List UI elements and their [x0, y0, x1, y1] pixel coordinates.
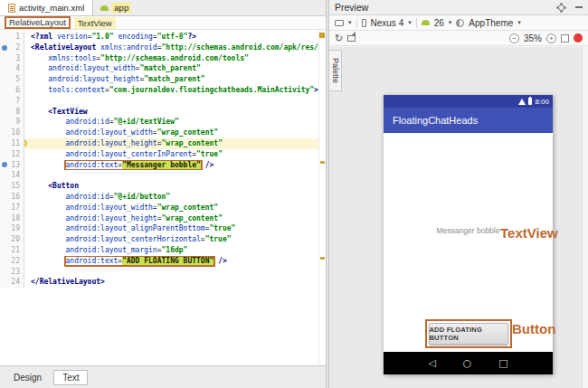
- code-line[interactable]: 17 android:layout_width="wrap_content": [0, 203, 326, 213]
- palette-tab[interactable]: Palette: [329, 50, 342, 91]
- gutter-icon: [2, 162, 7, 167]
- line-number: 19: [11, 223, 20, 234]
- code-line[interactable]: 15 <Button: [0, 181, 326, 192]
- device-selector[interactable]: Nexus 4: [371, 18, 404, 28]
- line-number: 5: [15, 74, 20, 85]
- code-line[interactable]: 23: [0, 267, 326, 278]
- tab-label: activity_main.xml: [19, 3, 84, 13]
- breadcrumb-textview[interactable]: TextView: [74, 17, 116, 29]
- line-number: 16: [11, 192, 20, 203]
- device-nav-bar: ◁ ○ □: [384, 352, 553, 374]
- theme-icon: [456, 19, 464, 27]
- line-number: 15: [11, 181, 20, 192]
- tab-text[interactable]: Text: [53, 370, 88, 385]
- orientation-icon[interactable]: [347, 35, 356, 42]
- line-number: 11: [11, 138, 20, 149]
- chevron-down-icon: ▾: [408, 19, 412, 26]
- app-title: FloatingChatHeads: [393, 115, 478, 126]
- line-number: 23: [11, 267, 20, 278]
- line-number: 1: [15, 32, 20, 43]
- preview-header: Preview: [329, 0, 588, 15]
- code-line[interactable]: 8 <TextView: [0, 107, 326, 118]
- editor-gutter: 2: [0, 43, 24, 53]
- zoom-fit-icon[interactable]: [561, 34, 569, 43]
- preview-button[interactable]: ADD FLOATING BUTTON: [429, 323, 508, 345]
- code-line[interactable]: 9 android:id="@+id/textView": [0, 117, 326, 128]
- app-module-item[interactable]: app: [93, 0, 138, 15]
- code-line[interactable]: 12 android:layout_centerInParent="true": [0, 149, 326, 160]
- api-level-selector[interactable]: 26: [434, 18, 444, 28]
- line-number: 8: [15, 107, 20, 118]
- code-editor[interactable]: 1<?xml version="1.0" encoding="utf-8"?>2…: [0, 30, 326, 365]
- breadcrumb: RelativeLayout TextView: [0, 16, 326, 30]
- line-number: 13: [11, 160, 20, 171]
- intention-bulb-icon[interactable]: [24, 140, 27, 147]
- preview-zoom-toolbar: ↻ − 35% +: [329, 31, 588, 46]
- zoom-out-button[interactable]: −: [509, 33, 519, 43]
- phone-icon: [362, 19, 366, 27]
- code-line[interactable]: 10 android:layout_width="wrap_content": [0, 128, 326, 138]
- theme-selector[interactable]: AppTheme: [469, 18, 513, 28]
- code-line[interactable]: 16 android:id="@+id/button": [0, 192, 326, 203]
- preview-scrollbar[interactable]: [582, 47, 588, 388]
- virtual-device-icon[interactable]: [335, 20, 344, 26]
- line-number: 12: [11, 149, 20, 160]
- code-line[interactable]: 7: [0, 96, 326, 107]
- line-number: 17: [11, 203, 20, 213]
- code-line[interactable]: 24</RelativeLayout>: [0, 277, 326, 288]
- editor-gutter: 15: [0, 181, 24, 192]
- editor-gutter: 6: [0, 85, 24, 96]
- code-line[interactable]: 11 android:layout_height="wrap_content": [0, 138, 326, 149]
- code-line[interactable]: 21 android:layout_margin="16dp": [0, 245, 326, 256]
- wifi-icon: [518, 99, 526, 105]
- tab-design[interactable]: Design: [5, 370, 51, 385]
- editor-gutter: 14: [0, 170, 24, 181]
- code-line[interactable]: 5 android:layout_height="match_parent": [0, 74, 326, 85]
- zoom-in-button[interactable]: +: [546, 33, 556, 43]
- preview-config-toolbar: ▾ Nexus 4 ▾ 26 ▾ AppTheme ▾: [329, 15, 588, 31]
- editor-panel: activity_main.xml app RelativeLayout Tex…: [0, 0, 326, 388]
- code-line[interactable]: 3 xmlns:tools="http://schemas.android.co…: [0, 53, 326, 64]
- line-number: 3: [15, 53, 20, 64]
- toolbar-separator: [416, 18, 417, 28]
- stripe-mark[interactable]: [320, 257, 325, 260]
- annotation-label-button: Button: [512, 321, 555, 336]
- editor-gutter: 11: [0, 138, 24, 149]
- line-number: 9: [15, 117, 20, 128]
- collapse-icon[interactable]: [575, 6, 583, 8]
- line-number: 20: [11, 234, 20, 245]
- annotation-box-button: ADD FLOATING BUTTON: [425, 319, 512, 348]
- code-line[interactable]: 1<?xml version="1.0" encoding="utf-8"?>: [0, 32, 326, 43]
- chevron-down-icon: ▾: [517, 19, 521, 26]
- line-number: 21: [11, 245, 20, 256]
- line-number: 22: [11, 256, 20, 267]
- code-line[interactable]: 19 android:layout_alignParentBottom="tru…: [0, 223, 326, 234]
- editor-gutter: 7: [0, 96, 24, 107]
- code-line[interactable]: 14: [0, 170, 326, 181]
- stripe-mark[interactable]: [320, 161, 325, 164]
- line-number: 10: [11, 128, 20, 138]
- code-line[interactable]: 4 android:layout_width="match_parent": [0, 63, 326, 74]
- line-number: 4: [15, 63, 20, 74]
- editor-gutter: 22: [0, 256, 24, 267]
- code-line[interactable]: 18 android:layout_height="wrap_content": [0, 213, 326, 224]
- device-screen: Messanger bobble ADD FLOATING BUTTON: [384, 133, 553, 352]
- code-line[interactable]: 13 android:text="Messanger bobble" />: [0, 160, 326, 171]
- code-line[interactable]: 20 android:layout_centerHorizontal="true…: [0, 234, 326, 245]
- code-line[interactable]: 6 tools:context="com.journaldev.floating…: [0, 85, 326, 96]
- gutter-icon: [2, 45, 7, 51]
- breadcrumb-relativelayout[interactable]: RelativeLayout: [5, 16, 71, 29]
- tab-activity-main-xml[interactable]: activity_main.xml: [0, 0, 93, 15]
- refresh-icon[interactable]: ↻: [335, 33, 343, 43]
- android-studio-window: activity_main.xml app RelativeLayout Tex…: [0, 0, 588, 388]
- preview-panel: Preview ▾ Nexus 4 ▾ 26 ▾ AppTheme ▾ ↻ − …: [329, 0, 588, 388]
- render-error-indicator[interactable]: [574, 33, 583, 43]
- back-icon: ◁: [428, 357, 435, 369]
- code-line[interactable]: 22 android:text="ADD FLOATING BUTTON" />: [0, 256, 326, 267]
- editor-gutter: 23: [0, 267, 24, 278]
- code-line[interactable]: 2<RelativeLayout xmlns:android="http://s…: [0, 43, 326, 53]
- gear-icon[interactable]: [558, 5, 564, 11]
- error-stripe[interactable]: [318, 30, 326, 365]
- zoom-level: 35%: [524, 33, 542, 43]
- preview-title: Preview: [335, 2, 368, 13]
